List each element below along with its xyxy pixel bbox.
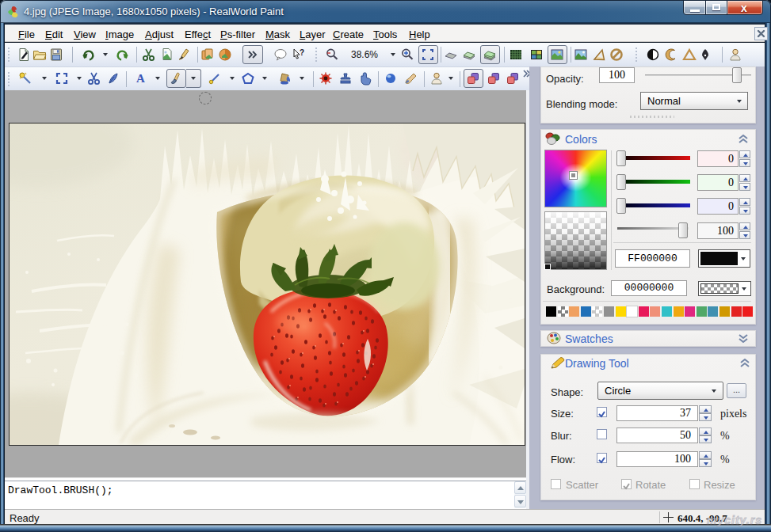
svg-text:?: ? xyxy=(300,48,304,57)
svg-text:A: A xyxy=(136,72,145,85)
